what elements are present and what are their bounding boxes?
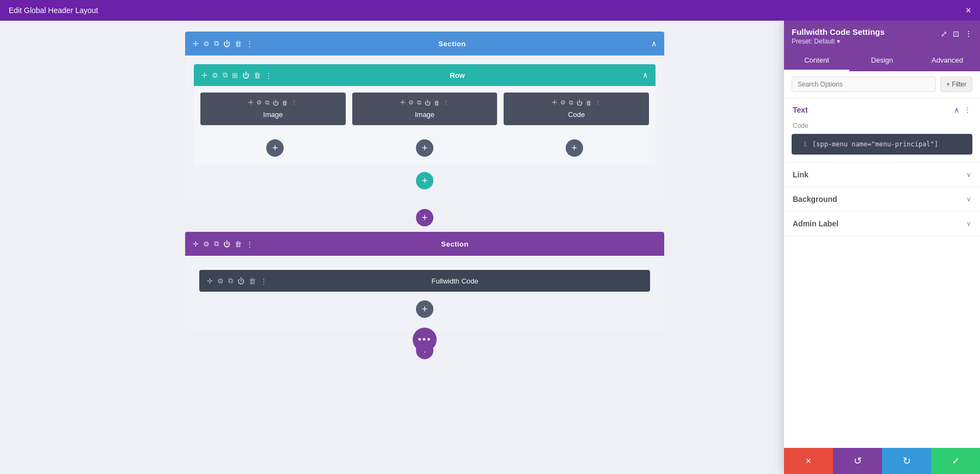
mod3-delete-icon[interactable]: 🗑 (586, 100, 592, 106)
section-text-up-icon[interactable]: ∧ (954, 106, 959, 114)
panel-section-admin-header[interactable]: Admin Label ∨ (784, 212, 980, 236)
mod3-more-icon[interactable]: ⋮ (595, 99, 601, 106)
panel-section-admin-label: Admin Label ∨ (784, 212, 980, 236)
tab-design[interactable]: Design (849, 51, 915, 71)
row-toolbar: ✛ ⚙ ⧉ ⊞ ⏻ 🗑 ⋮ (201, 71, 272, 79)
mod-settings-icon[interactable]: ⚙ (256, 99, 262, 106)
section-1: ✛ ⚙ ⧉ ⏻ 🗑 ⋮ Section ∧ ✛ ⚙ (185, 32, 664, 201)
mod2-settings-icon[interactable]: ⚙ (408, 99, 414, 106)
dots-menu-button[interactable]: ••• (413, 328, 437, 352)
power-icon[interactable]: ⏻ (223, 40, 230, 48)
tab-advanced[interactable]: Advanced (915, 51, 980, 71)
panel-section-background: Background ∨ (784, 187, 980, 212)
mod2-duplicate-icon[interactable]: ⧉ (417, 99, 421, 106)
module-image-1: ✛ ⚙ ⧉ ⏻ 🗑 ⋮ Image (200, 93, 346, 125)
mod3-duplicate-icon[interactable]: ⧉ (569, 99, 573, 106)
background-chevron-icon[interactable]: ∨ (966, 195, 971, 203)
section-text-more-icon[interactable]: ⋮ (964, 106, 971, 114)
add-row-button-row: + (194, 169, 656, 193)
panel-expand-icon[interactable]: ⤢ (941, 29, 947, 38)
link-chevron-icon[interactable]: ∨ (966, 171, 971, 178)
panel-preset[interactable]: Preset: Default ▾ (792, 38, 885, 45)
s2-more-icon[interactable]: ⋮ (246, 240, 253, 248)
module-2-toolbar: ✛ ⚙ ⧉ ⏻ 🗑 ⋮ (400, 99, 449, 106)
mod2-move-icon[interactable]: ✛ (400, 99, 405, 106)
s2-delete-icon[interactable]: 🗑 (235, 240, 242, 248)
settings-icon[interactable]: ⚙ (203, 40, 210, 48)
panel-footer: × ↺ ↻ ✓ (784, 448, 980, 474)
panel-section-link-header[interactable]: Link ∨ (784, 163, 980, 187)
redo-button[interactable]: ↻ (882, 448, 931, 474)
search-input[interactable] (792, 77, 936, 92)
code-field-label: Code (784, 122, 980, 134)
cancel-button[interactable]: × (784, 448, 833, 474)
row-more-icon[interactable]: ⋮ (265, 71, 272, 79)
mod3-power-icon[interactable]: ⏻ (577, 100, 583, 106)
panel-split-icon[interactable]: ⊡ (953, 29, 959, 38)
panel-more-icon[interactable]: ⋮ (965, 29, 972, 38)
section-1-label: Section (253, 40, 651, 48)
add-module-3-button[interactable]: + (566, 139, 583, 157)
row-collapse-icon[interactable]: ∧ (642, 71, 648, 79)
duplicate-icon[interactable]: ⧉ (214, 39, 219, 48)
s2-power-icon[interactable]: ⏻ (223, 240, 230, 248)
row-settings-icon[interactable]: ⚙ (212, 71, 218, 79)
fw-more-icon[interactable]: ⋮ (260, 277, 267, 285)
fw-move-icon[interactable]: ✛ (207, 277, 213, 285)
fw-duplicate-icon[interactable]: ⧉ (228, 276, 233, 285)
code-editor: 1 [spp-menu name="menu-principal"] (792, 134, 972, 155)
section-2-label: Section (253, 240, 657, 248)
panel-section-text-header[interactable]: Text ∧ ⋮ (784, 98, 980, 122)
panel-section-text-actions: ∧ ⋮ (954, 106, 971, 114)
delete-icon[interactable]: 🗑 (235, 40, 242, 48)
move-icon[interactable]: ✛ (193, 40, 199, 48)
s2-duplicate-icon[interactable]: ⧉ (214, 239, 219, 248)
panel-section-link: Link ∨ (784, 163, 980, 187)
add-module-1-button[interactable]: + (266, 139, 284, 157)
mod2-more-icon[interactable]: ⋮ (443, 99, 449, 106)
add-module-2-button[interactable]: + (416, 139, 433, 157)
panel-section-link-title: Link (793, 170, 808, 179)
row-move-icon[interactable]: ✛ (201, 71, 207, 79)
row-delete-icon[interactable]: 🗑 (254, 71, 261, 79)
row-block: ✛ ⚙ ⧉ ⊞ ⏻ 🗑 ⋮ Row ∧ (194, 64, 656, 164)
more-icon[interactable]: ⋮ (246, 40, 253, 48)
filter-button[interactable]: + Filter (940, 77, 972, 92)
mod-power-icon[interactable]: ⏻ (273, 100, 279, 106)
panel-title-group: Fullwidth Code Settings Preset: Default … (792, 27, 885, 45)
add-section-between-button[interactable]: + (416, 209, 433, 226)
mod-move-icon[interactable]: ✛ (248, 99, 253, 106)
fw-settings-icon[interactable]: ⚙ (217, 277, 224, 285)
row-power-icon[interactable]: ⏻ (242, 71, 249, 79)
panel-section-background-header[interactable]: Background ∨ (784, 187, 980, 211)
section-1-collapse-icon[interactable]: ∧ (651, 39, 657, 48)
mod3-move-icon[interactable]: ✛ (552, 99, 557, 106)
s2-settings-icon[interactable]: ⚙ (203, 240, 210, 248)
admin-label-chevron-icon[interactable]: ∨ (966, 220, 971, 227)
row-duplicate-icon[interactable]: ⧉ (223, 71, 228, 79)
row-columns-icon[interactable]: ⊞ (232, 71, 238, 79)
fw-power-icon[interactable]: ⏻ (237, 277, 244, 285)
mod-delete-icon[interactable]: 🗑 (282, 100, 288, 106)
undo-button[interactable]: ↺ (833, 448, 882, 474)
mod-duplicate-icon[interactable]: ⧉ (265, 99, 270, 106)
s2-move-icon[interactable]: ✛ (193, 240, 199, 248)
close-button[interactable]: × (965, 5, 971, 15)
mod3-settings-icon[interactable]: ⚙ (560, 99, 566, 106)
section-1-body: ✛ ⚙ ⧉ ⊞ ⏻ 🗑 ⋮ Row ∧ (185, 56, 664, 201)
canvas: ✛ ⚙ ⧉ ⏻ 🗑 ⋮ Section ∧ ✛ ⚙ (0, 21, 980, 474)
panel-title: Fullwidth Code Settings (792, 27, 885, 36)
panel-search-row: + Filter (784, 71, 980, 98)
save-button[interactable]: ✓ (931, 448, 980, 474)
fw-delete-icon[interactable]: 🗑 (249, 277, 256, 285)
mod2-delete-icon[interactable]: 🗑 (434, 100, 440, 106)
code-line-number: 1 (798, 140, 807, 148)
panel-section-text: Text ∧ ⋮ Code 1 [spp-menu name="menu-pri… (784, 98, 980, 163)
mod2-power-icon[interactable]: ⏻ (425, 100, 431, 106)
add-fw-button[interactable]: + (416, 300, 433, 318)
tab-content[interactable]: Content (784, 51, 849, 71)
mod-more-icon[interactable]: ⋮ (291, 99, 297, 106)
panel-tabs: Content Design Advanced (784, 51, 980, 71)
add-row-button[interactable]: + (416, 172, 433, 189)
code-content[interactable]: [spp-menu name="menu-principal"] (812, 140, 966, 148)
